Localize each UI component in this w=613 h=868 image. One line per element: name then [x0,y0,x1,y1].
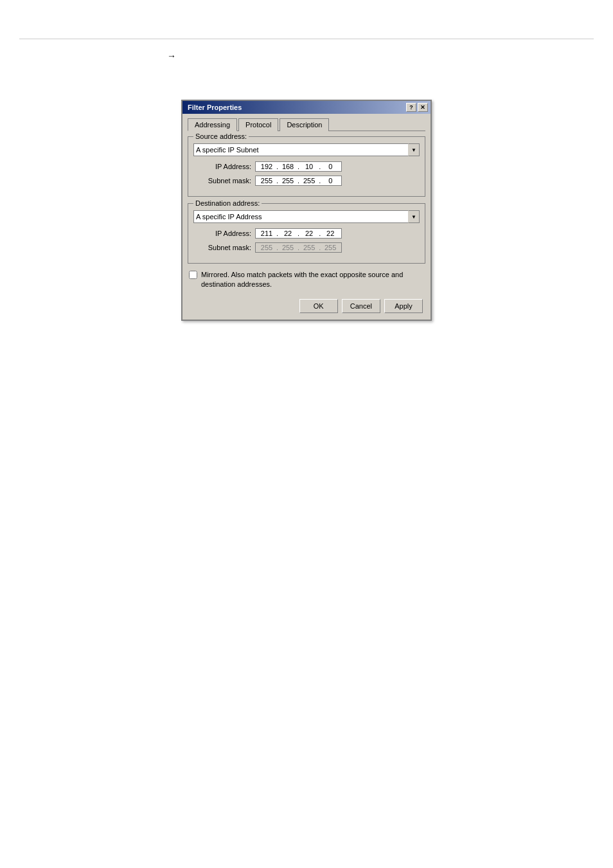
close-button[interactable]: ✕ [418,103,428,112]
destination-ip-oct1[interactable] [258,230,275,237]
source-subnet-oct2[interactable] [280,177,296,185]
source-ip-oct1[interactable] [258,163,275,170]
destination-subnet-oct1 [258,244,275,251]
source-content: A specific IP Subnet ▼ IP Address: . [193,143,420,186]
dropdown-arrow-icon: ▼ [411,147,416,153]
source-address-section: Source address: A specific IP Subnet ▼ [188,136,425,197]
tabs-row: Addressing Protocol Description [188,118,425,131]
help-button[interactable]: ? [406,103,416,112]
source-subnet-row: Subnet mask: . . . [193,176,420,186]
page-container: → Filter Properties ? ✕ Addressing [0,39,613,868]
destination-subnet-oct2 [280,244,296,251]
mirrored-label: Mirrored. Also match packets with the ex… [201,270,407,290]
dialog-titlebar: Filter Properties ? ✕ [182,101,431,114]
arrow-row: → [0,39,613,61]
destination-subnet-container: . . . [255,242,342,253]
source-ip-oct2[interactable] [280,163,296,170]
source-subnet-container: . . . [255,176,342,186]
destination-address-section: Destination address: A specific IP Addre… [188,203,425,264]
source-subnet-oct4[interactable] [322,177,339,185]
tab-protocol[interactable]: Protocol [238,118,278,131]
destination-subnet-oct4 [322,244,339,251]
destination-subnet-row: Subnet mask: . . . [193,242,420,253]
mirrored-checkbox[interactable] [189,271,197,279]
source-ip-oct3[interactable] [301,163,317,170]
destination-ip-row: IP Address: . . . [193,228,420,239]
arrow-symbol: → [167,51,176,61]
dialog-buttons: OK Cancel Apply [188,295,425,314]
destination-dropdown-row: A specific IP Address ▼ [193,210,420,223]
destination-address-dropdown[interactable]: A specific IP Address [193,210,408,223]
source-dropdown-row: A specific IP Subnet ▼ [193,143,420,156]
destination-subnet-label: Subnet mask: [193,244,251,251]
tab-description[interactable]: Description [280,118,329,131]
destination-dropdown-arrow-icon: ▼ [411,214,416,220]
filter-properties-dialog: Filter Properties ? ✕ Addressing Protoco… [181,100,432,321]
source-legend: Source address: [193,132,249,140]
mirrored-checkbox-row: Mirrored. Also match packets with the ex… [189,270,424,290]
source-ip-row: IP Address: . . . [193,161,420,172]
source-subnet-label: Subnet mask: [193,177,251,185]
dialog-title: Filter Properties [188,104,242,111]
ok-button[interactable]: OK [299,299,338,313]
source-address-dropdown[interactable]: A specific IP Subnet [193,143,408,156]
cancel-button[interactable]: Cancel [342,299,380,313]
source-subnet-oct1[interactable] [258,177,275,185]
destination-legend: Destination address: [193,199,262,207]
destination-ip-oct2[interactable] [280,230,296,237]
source-ip-oct4[interactable] [322,163,339,170]
destination-ip-container: . . . [255,228,342,239]
title-buttons: ? ✕ [406,103,428,112]
source-ip-container: . . . [255,161,342,172]
destination-ip-oct4[interactable] [322,230,339,237]
destination-content: A specific IP Address ▼ IP Address: . [193,210,420,253]
destination-subnet-oct3 [301,244,317,251]
apply-button[interactable]: Apply [384,299,423,313]
destination-ip-oct3[interactable] [301,230,317,237]
source-dropdown-btn[interactable]: ▼ [408,143,420,156]
destination-ip-label: IP Address: [193,230,251,237]
source-ip-label: IP Address: [193,163,251,170]
tab-addressing[interactable]: Addressing [188,118,237,131]
destination-dropdown-btn[interactable]: ▼ [408,210,420,223]
source-subnet-oct3[interactable] [301,177,317,185]
dialog-wrapper: Filter Properties ? ✕ Addressing Protoco… [0,100,613,321]
dialog-body: Addressing Protocol Description Source a… [182,114,431,320]
